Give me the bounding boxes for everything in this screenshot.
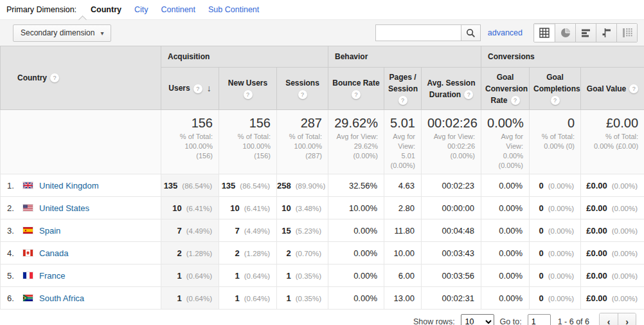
percentage-view-button[interactable] xyxy=(555,24,575,42)
help-icon[interactable]: ? xyxy=(398,96,407,105)
advanced-search-link[interactable]: advanced xyxy=(488,28,523,37)
column-header-sessions[interactable]: Sessions? xyxy=(277,68,328,110)
table-row: 5.France1(0.64%)1(0.64%)1(0.35%)0.00%6.0… xyxy=(1,265,644,287)
primary-dimension-label: Primary Dimension: xyxy=(6,5,76,14)
bounce-rate-cell: 0.00% xyxy=(328,219,384,242)
sessions-cell: 258(89.90%) xyxy=(277,174,328,197)
search-input[interactable] xyxy=(375,24,461,41)
bounce-rate-cell: 32.56% xyxy=(328,174,384,197)
column-header-avg-session-duration[interactable]: Avg. Session Duration? xyxy=(422,68,481,110)
new-users-cell: 7(4.49%) xyxy=(219,219,277,242)
goal-completions-cell: 0(0.00%) xyxy=(530,242,581,265)
help-icon[interactable]: ? xyxy=(352,90,361,99)
tab-continent[interactable]: Continent xyxy=(161,5,196,14)
secondary-dimension-label: Secondary dimension xyxy=(21,28,94,37)
avg-duration-cell: 00:02:31 xyxy=(422,287,481,310)
users-cell: 135(86.54%) xyxy=(161,174,219,197)
pages-session-cell: 4.63 xyxy=(384,174,422,197)
country-link[interactable]: Spain xyxy=(39,226,60,236)
show-rows-select[interactable]: 10 xyxy=(461,314,494,325)
pager: ‹ › xyxy=(599,313,636,325)
country-link[interactable]: Canada xyxy=(39,248,69,258)
help-icon[interactable]: ? xyxy=(551,96,560,105)
chevron-right-icon: › xyxy=(625,317,629,325)
summary-pages-session-cell: 5.01 Avg for View: 5.01 (0.00%) xyxy=(384,110,422,174)
za-flag-icon xyxy=(22,294,33,302)
row-rank: 4. xyxy=(7,248,22,258)
comparison-view-button[interactable] xyxy=(596,24,616,42)
performance-view-button[interactable] xyxy=(575,24,596,42)
column-header-goal-conversion-rate[interactable]: Goal Conversion Rate? xyxy=(481,68,530,110)
summary-dimension-cell xyxy=(1,110,161,174)
tab-city[interactable]: City xyxy=(134,5,148,14)
column-header-new-users[interactable]: New Users? xyxy=(219,68,277,110)
summary-users-cell: 156 % of Total: 100.00% (156) xyxy=(161,110,219,174)
previous-page-button[interactable]: ‹ xyxy=(600,313,618,325)
table-view-button[interactable] xyxy=(534,24,555,42)
column-header-bounce-rate[interactable]: Bounce Rate? xyxy=(328,68,384,110)
country-link[interactable]: France xyxy=(39,271,65,281)
sort-descending-icon[interactable]: ↓ xyxy=(207,83,211,93)
table-row: 1.United Kingdom135(86.54%)135(86.54%)25… xyxy=(1,174,644,197)
sessions-cell: 15(5.23%) xyxy=(277,219,328,242)
tab-sub-continent[interactable]: Sub Continent xyxy=(208,5,259,14)
help-icon[interactable]: ? xyxy=(511,96,520,105)
column-header-users[interactable]: Users?↓ xyxy=(161,68,219,110)
goal-value-cell: £0.00(0.00%) xyxy=(581,265,644,287)
country-link[interactable]: South Africa xyxy=(39,293,84,303)
goal-conv-rate-cell: 0.00% xyxy=(481,219,530,242)
goal-conv-rate-cell: 0.00% xyxy=(481,242,530,265)
primary-dimension-bar: Primary Dimension: Country City Continen… xyxy=(0,0,644,19)
users-cell: 1(0.64%) xyxy=(161,265,219,287)
users-cell: 7(4.49%) xyxy=(161,219,219,242)
new-users-cell: 1(0.64%) xyxy=(219,287,277,310)
table-row: 3.Spain7(4.49%)7(4.49%)15(5.23%)0.00%11.… xyxy=(1,219,644,242)
country-cell: 3.Spain xyxy=(1,219,161,242)
row-rank: 6. xyxy=(7,293,22,303)
column-header-goal-completions[interactable]: Goal Completions? xyxy=(530,68,581,110)
goal-conv-rate-cell: 0.00% xyxy=(481,174,530,197)
summary-sessions-cell: 287 % of Total: 100.00% (287) xyxy=(277,110,328,174)
goal-value-cell: £0.00(0.00%) xyxy=(581,219,644,242)
help-icon[interactable]: ? xyxy=(298,90,307,99)
pages-session-cell: 10.00 xyxy=(384,242,422,265)
help-icon[interactable]: ? xyxy=(244,90,253,99)
column-header-country[interactable]: Country? xyxy=(1,46,161,110)
users-cell: 1(0.64%) xyxy=(161,287,219,310)
avg-duration-cell: 00:03:56 xyxy=(422,265,481,287)
search-button[interactable] xyxy=(461,24,481,41)
help-icon[interactable]: ? xyxy=(50,73,59,82)
sessions-cell: 1(0.35%) xyxy=(277,265,328,287)
avg-duration-cell: 00:04:48 xyxy=(422,219,481,242)
pages-session-cell: 11.80 xyxy=(384,219,422,242)
goto-page-input[interactable] xyxy=(528,314,551,325)
goal-conv-rate-cell: 0.00% xyxy=(481,265,530,287)
column-header-pages-session[interactable]: Pages / Session? xyxy=(384,68,422,110)
help-icon[interactable]: ? xyxy=(193,84,202,93)
goto-label: Go to: xyxy=(500,317,522,325)
group-header-behavior: Behavior xyxy=(328,46,481,68)
country-link[interactable]: United Kingdom xyxy=(39,181,99,190)
users-cell: 10(6.41%) xyxy=(161,197,219,219)
analytics-table: Country? Acquisition Behavior Conversion… xyxy=(0,46,644,310)
goal-completions-cell: 0(0.00%) xyxy=(530,174,581,197)
country-link[interactable]: United States xyxy=(39,203,89,213)
goal-completions-cell: 0(0.00%) xyxy=(530,219,581,242)
pages-session-cell: 13.00 xyxy=(384,287,422,310)
sessions-cell: 1(0.35%) xyxy=(277,287,328,310)
goal-value-cell: £0.00(0.00%) xyxy=(581,174,644,197)
tab-country[interactable]: Country xyxy=(91,5,121,14)
es-flag-icon xyxy=(22,227,33,234)
column-header-goal-value[interactable]: Goal Value? xyxy=(581,68,644,110)
pages-session-cell: 2.80 xyxy=(384,197,422,219)
secondary-dimension-button[interactable]: Secondary dimension ▾ xyxy=(13,24,111,42)
help-icon[interactable]: ? xyxy=(464,90,473,99)
table-row: 2.United States10(6.41%)10(6.41%)10(3.48… xyxy=(1,197,644,219)
next-page-button[interactable]: › xyxy=(618,313,636,325)
help-icon[interactable]: ? xyxy=(629,84,638,93)
row-rank: 1. xyxy=(7,181,22,190)
pivot-view-button[interactable] xyxy=(616,24,637,42)
bounce-rate-cell: 0.00% xyxy=(328,242,384,265)
bounce-rate-cell: 0.00% xyxy=(328,287,384,310)
table-row: 6.South Africa1(0.64%)1(0.64%)1(0.35%)0.… xyxy=(1,287,644,310)
